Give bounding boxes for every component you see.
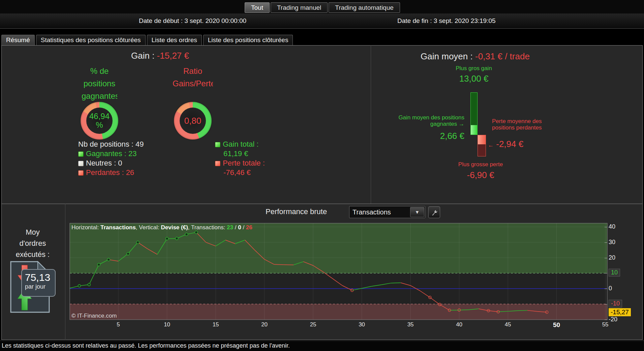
chart-legend: Horizontal: Transactions, Vertical: Devi… bbox=[71, 224, 252, 231]
date-bar: Date de début : 3 sept. 2020 00:00:00 Da… bbox=[0, 13, 644, 29]
x-axis-label: 25 bbox=[303, 321, 323, 328]
perte-totale-value: -76,46 € bbox=[215, 168, 265, 177]
top-bar: Tout Trading manuel Trading automatique bbox=[0, 0, 644, 13]
legend-part: Devise (€) bbox=[161, 224, 188, 231]
left-arrow-icon: ← bbox=[488, 142, 494, 148]
gain-moyen-gagnantes-value: 2,66 € bbox=[353, 131, 464, 141]
gain-heading: Gain : -15,27 € bbox=[84, 51, 236, 61]
report-tab-group: Résumé Statistiques des positions clôtur… bbox=[1, 35, 293, 45]
tab-liste-des-ordres[interactable]: Liste des ordres bbox=[147, 35, 202, 45]
x-axis-label: 50 bbox=[547, 321, 567, 329]
pct-positions-gagnantes-label: % de positions gagnantes bbox=[82, 65, 117, 103]
pct-label-line2: positions bbox=[82, 77, 117, 90]
y-axis-tick bbox=[605, 289, 607, 289]
perte-moyenne-segment bbox=[478, 135, 486, 144]
y-axis-label-boxed-green: 10 bbox=[609, 269, 620, 276]
ratio-label-line2: Gains/Pertes bbox=[173, 77, 213, 90]
pct-label-line1: % de bbox=[82, 65, 117, 77]
ratio-gains-pertes-label: Ratio Gains/Pertes bbox=[173, 65, 213, 90]
dropdown-value: Transactions bbox=[352, 208, 391, 216]
view-tab-tout[interactable]: Tout bbox=[245, 2, 270, 13]
nb-positions: Nb de positions : 49 bbox=[78, 140, 144, 149]
x-axis-label: 35 bbox=[400, 321, 421, 328]
y-axis-label: 20 bbox=[609, 254, 615, 261]
tab-resume[interactable]: Résumé bbox=[1, 35, 35, 45]
legend-part: / bbox=[241, 224, 246, 231]
legend-part: Horizontal: bbox=[71, 224, 100, 231]
red-square-icon bbox=[78, 170, 84, 176]
view-tab-trading-manuel[interactable]: Trading manuel bbox=[271, 2, 328, 13]
perte-totale-row: Perte totale : bbox=[215, 158, 265, 168]
white-square-icon bbox=[78, 161, 84, 166]
plus-grosse-perte-value: -6,90 € bbox=[447, 170, 514, 180]
totals-stats-list: Gain total : 61,19 € Perte totale : -76,… bbox=[215, 140, 265, 177]
ratio-label-line1: Ratio bbox=[173, 65, 213, 77]
plus-gros-gain-label: Plus gros gain bbox=[440, 65, 508, 72]
donut-pct-hole: 46,94 % bbox=[86, 108, 113, 134]
y-axis-tick bbox=[605, 273, 607, 273]
gain-bar bbox=[470, 92, 478, 135]
orders-per-day-value: 75,13 bbox=[25, 272, 55, 283]
moy-ordres-label: Moy d'ordres exécutés : bbox=[3, 227, 63, 260]
plus-grosse-perte-label: Plus grosse perte bbox=[447, 161, 514, 168]
date-start-label: Date de début : 3 sept. 2020 00:00:00 bbox=[139, 17, 246, 25]
x-axis-mode-dropdown[interactable]: Transactions ▼ bbox=[349, 206, 425, 218]
gain-moyen-segment bbox=[471, 125, 477, 135]
x-axis-label: 15 bbox=[206, 321, 226, 328]
date-end-label: Date de fin : 3 sept. 2020 23:19:05 bbox=[397, 17, 496, 25]
gain-total-value: 61,19 € bbox=[215, 149, 265, 158]
legend-part: , Transactions: bbox=[188, 224, 227, 231]
chart-section-divider bbox=[1, 204, 643, 204]
current-value-tag: -15,27 bbox=[609, 308, 631, 316]
x-axis-label: 10 bbox=[157, 321, 177, 328]
x-axis-label: 45 bbox=[498, 321, 518, 328]
right-arrow-icon: → bbox=[459, 121, 464, 127]
x-axis-label: 30 bbox=[352, 321, 372, 328]
y-axis-tick bbox=[605, 242, 607, 243]
chart-settings-button[interactable] bbox=[428, 206, 440, 218]
gain-moyen-label: Gain moyen : bbox=[421, 51, 473, 61]
donut-ratio-hole: 0,80 bbox=[180, 108, 206, 134]
disclaimer-bar: Les statistiques ci-dessus sont relative… bbox=[0, 341, 644, 351]
stat-gagnantes: Gagnantes : 23 bbox=[78, 149, 144, 158]
y-axis-tick bbox=[605, 227, 607, 227]
chevron-down-icon[interactable]: ▼ bbox=[410, 207, 424, 217]
y-axis-tick bbox=[605, 320, 607, 320]
x-axis-label: 20 bbox=[254, 321, 275, 328]
x-axis-label: 5 bbox=[108, 321, 128, 328]
plus-gros-gain-value: 13,00 € bbox=[440, 74, 508, 84]
legend-part: / bbox=[233, 224, 238, 231]
y-axis-tick bbox=[605, 258, 607, 258]
y-axis-label: 40 bbox=[609, 223, 615, 230]
y-axis-tick bbox=[605, 304, 607, 304]
donut-ratio-value: 0,80 bbox=[184, 116, 202, 125]
red-square-icon bbox=[215, 161, 220, 166]
positions-stats-list: Nb de positions : 49 Gagnantes : 23 Neut… bbox=[78, 140, 144, 177]
trading-report-window: Tout Trading manuel Trading automatique … bbox=[0, 0, 644, 351]
y-axis-label: 30 bbox=[609, 239, 615, 246]
y-axis-label: 0 bbox=[609, 285, 612, 292]
perte-bar bbox=[478, 135, 486, 156]
legend-part: 26 bbox=[246, 224, 252, 231]
view-tab-trading-automatique[interactable]: Trading automatique bbox=[329, 2, 400, 13]
y-axis-label-boxed-red: -10 bbox=[609, 300, 622, 308]
disclaimer-text: Les statistiques ci-dessus sont relative… bbox=[2, 342, 290, 349]
legend-part: Transactions bbox=[100, 224, 136, 231]
x-axis-label: 40 bbox=[449, 321, 469, 328]
stat-neutres: Neutres : 0 bbox=[78, 158, 144, 168]
legend-part: , Vertical: bbox=[136, 224, 161, 231]
view-tab-group: Tout Trading manuel Trading automatique bbox=[245, 2, 400, 13]
orders-per-day-unit: par jour bbox=[25, 283, 55, 290]
wrench-icon bbox=[431, 209, 438, 216]
stat-perdantes: Perdantes : 26 bbox=[78, 168, 144, 177]
gain-moyen-heading: Gain moyen : -0,31 € / trade bbox=[388, 51, 563, 62]
tab-statistiques-positions-cloturees[interactable]: Statistiques des positions clôturées bbox=[36, 35, 146, 45]
legend-part: 0 bbox=[238, 224, 241, 231]
moy-panel-divider bbox=[65, 204, 65, 340]
tab-liste-positions-cloturees[interactable]: Liste des positions clôturées bbox=[203, 35, 293, 45]
donut-pct-gagnantes: 46,94 % bbox=[81, 102, 118, 140]
pct-label-line3: gagnantes bbox=[82, 90, 117, 102]
legend-part: 23 bbox=[227, 224, 233, 231]
gain-moyen-value: -0,31 € / trade bbox=[475, 51, 530, 61]
performance-title: Performance brute bbox=[266, 207, 327, 216]
